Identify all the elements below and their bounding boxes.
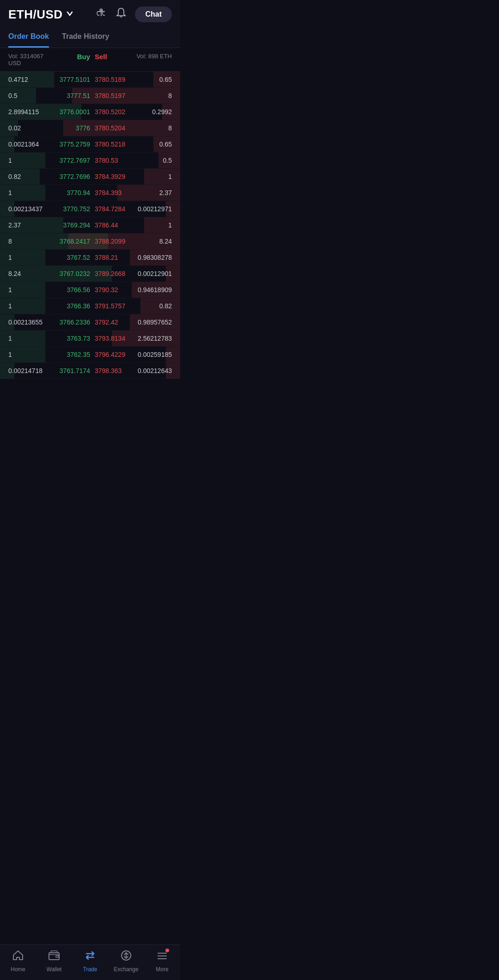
chevron-down-icon[interactable] <box>66 9 74 19</box>
qty-buy-cell: 1 <box>8 335 49 342</box>
qty-sell-cell: 0.94618909 <box>131 286 172 294</box>
header-right: Chat <box>95 6 172 22</box>
price-sell-cell: 3780.5202 <box>90 108 131 116</box>
qty-buy-cell: 0.4712 <box>8 76 49 83</box>
tab-order-book[interactable]: Order Book <box>8 27 49 48</box>
price-sell-cell: 3780.5218 <box>90 141 131 148</box>
table-row[interactable]: 0.53777.513780.51978 <box>0 88 180 104</box>
qty-sell-cell: 0.82 <box>131 302 172 310</box>
qty-sell-cell: 8.24 <box>131 238 172 245</box>
table-row[interactable]: 83768.24173788.20998.24 <box>0 233 180 250</box>
price-buy-cell: 3777.51 <box>49 92 91 99</box>
price-sell-cell: 3784.393 <box>90 189 131 196</box>
qty-buy-cell: 0.00213437 <box>8 205 49 213</box>
qty-sell-cell: 0.00212643 <box>131 367 172 374</box>
order-book: Vol: 3314067 USD Buy Sell Vol: 898 ETH 0… <box>0 48 180 379</box>
price-sell-cell: 3790.32 <box>90 286 131 294</box>
qty-buy-cell: 2.8994115 <box>8 108 49 116</box>
table-row[interactable]: 13766.363791.57570.82 <box>0 298 180 314</box>
price-buy-cell: 3770.752 <box>49 205 91 213</box>
table-row[interactable]: 13763.733793.81342.56212783 <box>0 331 180 347</box>
price-sell-cell: 3796.4229 <box>90 351 131 358</box>
qty-sell-cell: 0.98308278 <box>131 254 172 261</box>
price-sell-cell: 3792.42 <box>90 318 131 326</box>
qty-sell-cell: 0.00212901 <box>131 270 172 277</box>
table-row[interactable]: 13766.563790.320.94618909 <box>0 282 180 298</box>
qty-sell-cell: 0.65 <box>131 141 172 148</box>
price-buy-cell: 3768.2417 <box>49 238 91 245</box>
qty-sell-cell: 0.5 <box>131 157 172 164</box>
table-row[interactable]: 2.373769.2943786.441 <box>0 217 180 233</box>
price-buy-cell: 3775.2759 <box>49 141 91 148</box>
qty-buy-cell: 0.02 <box>8 124 49 132</box>
qty-buy-cell: 1 <box>8 189 49 196</box>
price-sell-cell: 3780.5204 <box>90 124 131 132</box>
qty-buy-cell: 1 <box>8 302 49 310</box>
qty-sell-cell: 8 <box>131 92 172 99</box>
table-row[interactable]: 2.89941153776.00013780.52020.2992 <box>0 104 180 120</box>
table-row[interactable]: 13762.353796.42290.00259185 <box>0 347 180 363</box>
price-sell-cell: 3788.21 <box>90 254 131 261</box>
qty-buy-cell: 0.82 <box>8 173 49 180</box>
price-buy-cell: 3762.35 <box>49 351 91 358</box>
header-left: ETH/USD <box>8 7 74 22</box>
price-buy-cell: 3767.0232 <box>49 270 91 277</box>
chat-button[interactable]: Chat <box>135 6 172 22</box>
price-buy-cell: 3769.294 <box>49 221 91 229</box>
bell-icon[interactable] <box>116 7 127 22</box>
table-row[interactable]: 0.823772.76963784.39291 <box>0 169 180 185</box>
qty-buy-cell: 0.0021364 <box>8 141 49 148</box>
qty-buy-cell: 0.00213655 <box>8 318 49 326</box>
table-row[interactable]: 0.002147183761.71743798.3630.00212643 <box>0 363 180 379</box>
sell-label: Sell <box>90 53 131 67</box>
price-buy-cell: 3770.94 <box>49 189 91 196</box>
table-row[interactable]: 0.00213643775.27593780.52180.65 <box>0 136 180 153</box>
price-buy-cell: 3772.7696 <box>49 173 91 180</box>
qty-buy-cell: 1 <box>8 254 49 261</box>
price-buy-cell: 3766.56 <box>49 286 91 294</box>
qty-sell-cell: 1 <box>131 221 172 229</box>
trading-pair-title[interactable]: ETH/USD <box>8 7 63 22</box>
scale-icon[interactable] <box>95 7 107 22</box>
price-sell-cell: 3788.2099 <box>90 238 131 245</box>
table-row[interactable]: 8.243767.02323789.26680.00212901 <box>0 266 180 282</box>
tab-trade-history[interactable]: Trade History <box>62 27 109 48</box>
price-buy-cell: 3777.5101 <box>49 76 91 83</box>
qty-sell-cell: 0.65 <box>131 76 172 83</box>
qty-buy-cell: 1 <box>8 351 49 358</box>
table-row[interactable]: 0.002134373770.7523784.72840.00212971 <box>0 201 180 217</box>
price-sell-cell: 3780.5189 <box>90 76 131 83</box>
price-buy-cell: 3763.73 <box>49 335 91 342</box>
qty-sell-cell: 8 <box>131 124 172 132</box>
price-buy-cell: 3772.7697 <box>49 157 91 164</box>
price-sell-cell: 3784.7284 <box>90 205 131 213</box>
qty-buy-cell: 2.37 <box>8 221 49 229</box>
price-buy-cell: 3767.52 <box>49 254 91 261</box>
buy-label: Buy <box>49 53 91 67</box>
order-book-header: Vol: 3314067 USD Buy Sell Vol: 898 ETH <box>0 48 180 72</box>
price-sell-cell: 3780.5197 <box>90 92 131 99</box>
qty-buy-cell: 1 <box>8 157 49 164</box>
table-row[interactable]: 0.0237763780.52048 <box>0 120 180 136</box>
qty-sell-cell: 1 <box>131 173 172 180</box>
qty-sell-cell: 0.00259185 <box>131 351 172 358</box>
qty-buy-cell: 8 <box>8 238 49 245</box>
vol-usd-label: Vol: 3314067 USD <box>8 53 49 67</box>
qty-sell-cell: 0.00212971 <box>131 205 172 213</box>
header: ETH/USD Chat <box>0 0 180 27</box>
qty-buy-cell: 1 <box>8 286 49 294</box>
qty-buy-cell: 8.24 <box>8 270 49 277</box>
table-row[interactable]: 0.47123777.51013780.51890.65 <box>0 72 180 88</box>
price-buy-cell: 3766.2336 <box>49 318 91 326</box>
price-buy-cell: 3761.7174 <box>49 367 91 374</box>
price-sell-cell: 3789.2668 <box>90 270 131 277</box>
table-row[interactable]: 0.002136553766.23363792.420.98957652 <box>0 314 180 331</box>
tabs-bar: Order Book Trade History <box>0 27 180 48</box>
qty-buy-cell: 0.00214718 <box>8 367 49 374</box>
table-row[interactable]: 13772.76973780.530.5 <box>0 153 180 169</box>
qty-buy-cell: 0.5 <box>8 92 49 99</box>
table-row[interactable]: 13767.523788.210.98308278 <box>0 250 180 266</box>
price-sell-cell: 3798.363 <box>90 367 131 374</box>
table-row[interactable]: 13770.943784.3932.37 <box>0 185 180 201</box>
price-buy-cell: 3766.36 <box>49 302 91 310</box>
